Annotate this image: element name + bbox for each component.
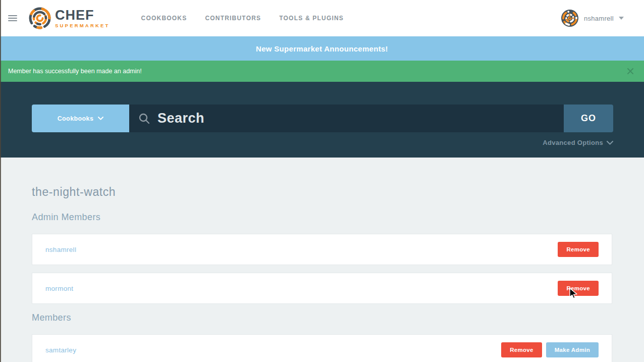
nav-item-cookbooks[interactable]: COOKBOOKS bbox=[141, 15, 187, 22]
advanced-options-toggle[interactable]: Advanced Options bbox=[32, 139, 613, 146]
search-input[interactable] bbox=[157, 111, 555, 126]
search-icon bbox=[138, 113, 150, 125]
members-heading: Members bbox=[32, 313, 612, 323]
flash-text: Member has successfully been made an adm… bbox=[8, 68, 142, 75]
member-link-samtarley[interactable]: samtarley bbox=[45, 346, 501, 354]
user-name: nshamrell bbox=[584, 15, 614, 22]
make-admin-button[interactable]: Make Admin bbox=[546, 342, 599, 357]
remove-button[interactable]: Remove bbox=[558, 281, 599, 296]
nav-item-contributors[interactable]: CONTRIBUTORS bbox=[205, 15, 261, 22]
chef-supermarket-logo[interactable]: CHEF SUPERMARKET bbox=[28, 7, 110, 30]
search-section: Cookbooks GO Advanced Options bbox=[0, 82, 644, 158]
remove-button[interactable]: Remove bbox=[558, 242, 599, 257]
chevron-down-icon bbox=[98, 117, 103, 120]
logo-secondary-text: SUPERMARKET bbox=[55, 23, 110, 28]
member-link-mormont[interactable]: mormont bbox=[45, 285, 558, 292]
member-link-nshamrell[interactable]: nshamrell bbox=[45, 246, 558, 253]
page-title: the-night-watch bbox=[32, 185, 612, 199]
announcement-text: New Supermarket Announcements! bbox=[256, 44, 388, 53]
user-menu[interactable]: nshamrell bbox=[561, 9, 624, 27]
search-category-dropdown[interactable]: Cookbooks bbox=[32, 105, 129, 132]
admin-member-row: mormont Remove bbox=[32, 273, 612, 304]
announcement-banner[interactable]: New Supermarket Announcements! bbox=[0, 36, 644, 61]
go-button[interactable]: GO bbox=[564, 105, 613, 132]
member-row: samtarley Remove Make Admin bbox=[32, 334, 612, 362]
chef-logo-icon bbox=[28, 7, 51, 30]
search-category-label: Cookbooks bbox=[58, 115, 94, 122]
admin-members-heading: Admin Members bbox=[32, 212, 612, 223]
top-navbar: CHEF SUPERMARKET COOKBOOKS CONTRIBUTORS … bbox=[0, 0, 644, 36]
advanced-options-label: Advanced Options bbox=[543, 139, 603, 146]
hamburger-icon[interactable] bbox=[8, 14, 17, 23]
main-content: the-night-watch Admin Members nshamrell … bbox=[0, 158, 644, 362]
avatar-icon bbox=[561, 9, 579, 27]
logo-primary-text: CHEF bbox=[55, 9, 110, 22]
chevron-down-icon bbox=[619, 17, 624, 20]
nav-item-tools-plugins[interactable]: TOOLS & PLUGINS bbox=[279, 15, 344, 22]
admin-member-row: nshamrell Remove bbox=[32, 234, 612, 265]
search-bar: Cookbooks GO bbox=[32, 105, 613, 132]
flash-success-banner: Member has successfully been made an adm… bbox=[0, 61, 644, 82]
main-nav: COOKBOOKS CONTRIBUTORS TOOLS & PLUGINS bbox=[141, 15, 344, 22]
close-icon[interactable] bbox=[625, 66, 636, 77]
remove-button[interactable]: Remove bbox=[501, 342, 542, 357]
logo-text: CHEF SUPERMARKET bbox=[55, 9, 110, 28]
window-edge bbox=[0, 0, 1, 362]
search-input-container bbox=[129, 105, 564, 132]
chevron-down-icon bbox=[607, 141, 613, 145]
